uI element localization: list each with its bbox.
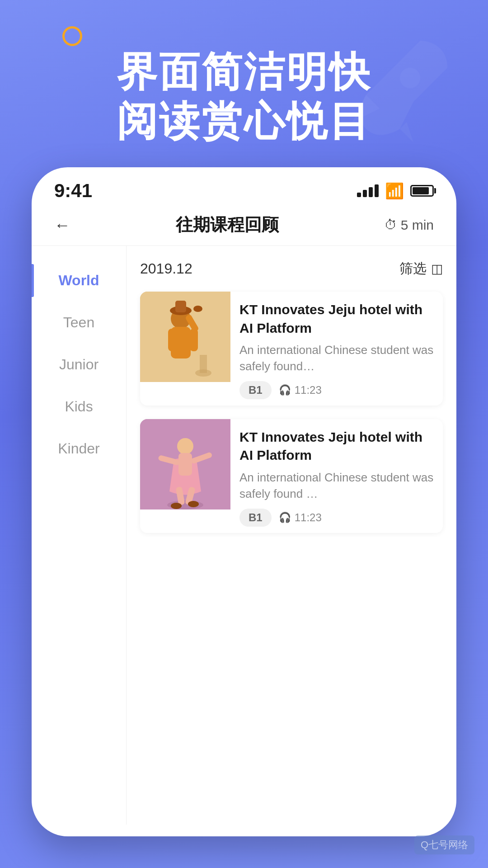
article-desc-1: An international Chinese student was saf… bbox=[239, 342, 434, 375]
filter-date: 2019.12 bbox=[140, 260, 192, 277]
watermark: Q七号网络 bbox=[414, 835, 474, 854]
sidebar-item-world[interactable]: World bbox=[32, 259, 126, 302]
status-bar: 9:41 📶 bbox=[32, 167, 456, 209]
header-line2: 阅读赏心悦目 bbox=[0, 99, 488, 144]
article-info-1: KT Innovates Jeju hotel with AI Platform… bbox=[230, 292, 443, 406]
orange-circle-decoration bbox=[62, 26, 82, 46]
header-line1: 界面简洁明快 bbox=[0, 50, 488, 94]
article-image-2 bbox=[140, 419, 230, 509]
clock-icon: ⏱ bbox=[385, 217, 397, 232]
header-section: 界面简洁明快 阅读赏心悦目 bbox=[0, 50, 488, 144]
battery-icon bbox=[410, 185, 434, 197]
sidebar-item-junior[interactable]: Junior bbox=[32, 344, 126, 386]
level-badge-2: B1 bbox=[239, 509, 272, 527]
wifi-icon: 📶 bbox=[385, 182, 404, 200]
nav-duration: ⏱ 5 min bbox=[385, 217, 434, 233]
content-area: World Teen Junior Kids Kinder 2019.12 筛选 bbox=[32, 246, 456, 825]
svg-rect-15 bbox=[178, 453, 192, 476]
sidebar: World Teen Junior Kids Kinder bbox=[32, 246, 127, 825]
signal-icon bbox=[357, 184, 379, 197]
svg-point-14 bbox=[177, 438, 193, 454]
article-card-2[interactable]: KT Innovates Jeju hotel with AI Platform… bbox=[140, 419, 443, 533]
article-title-2: KT Innovates Jeju hotel with AI Platform bbox=[239, 428, 434, 465]
headphone-icon-1: 🎧 bbox=[279, 384, 291, 396]
article-image-1 bbox=[140, 292, 230, 382]
nav-bar: ← 往期课程回顾 ⏱ 5 min bbox=[32, 209, 456, 246]
sidebar-item-teen[interactable]: Teen bbox=[32, 302, 126, 344]
duration-text: 5 min bbox=[401, 217, 434, 233]
audio-duration-1: 11:23 bbox=[295, 384, 322, 396]
headphone-icon-2: 🎧 bbox=[279, 512, 291, 524]
status-time: 9:41 bbox=[54, 180, 92, 202]
sidebar-item-kids[interactable]: Kids bbox=[32, 386, 126, 428]
article-card[interactable]: KT Innovates Jeju hotel with AI Platform… bbox=[140, 292, 443, 406]
article-thumbnail-2 bbox=[140, 419, 230, 509]
audio-info-2: 🎧 11:23 bbox=[279, 511, 322, 524]
filter-bar: 2019.12 筛选 ◫ bbox=[140, 259, 443, 278]
svg-rect-6 bbox=[168, 329, 176, 351]
svg-point-21 bbox=[188, 501, 199, 507]
audio-info-1: 🎧 11:23 bbox=[279, 384, 322, 396]
article-thumbnail-1 bbox=[140, 292, 230, 382]
level-badge-1: B1 bbox=[239, 381, 272, 399]
svg-rect-9 bbox=[175, 301, 186, 312]
svg-point-11 bbox=[193, 306, 202, 312]
svg-point-20 bbox=[171, 503, 182, 509]
article-info-2: KT Innovates Jeju hotel with AI Platform… bbox=[230, 419, 443, 533]
article-title-1: KT Innovates Jeju hotel with AI Platform bbox=[239, 301, 434, 337]
status-icons: 📶 bbox=[357, 182, 434, 200]
article-desc-2: An international Chinese student was saf… bbox=[239, 469, 434, 502]
nav-title: 往期课程回顾 bbox=[176, 213, 279, 236]
svg-rect-7 bbox=[190, 329, 198, 351]
article-meta-2: B1 🎧 11:23 bbox=[239, 509, 434, 527]
filter-button[interactable]: 筛选 ◫ bbox=[399, 259, 443, 278]
article-meta-1: B1 🎧 11:23 bbox=[239, 381, 434, 399]
svg-rect-3 bbox=[200, 355, 207, 373]
back-button[interactable]: ← bbox=[54, 216, 70, 235]
filter-icon: ◫ bbox=[431, 261, 443, 276]
phone-mockup: 9:41 📶 ← 往期课程回顾 ⏱ 5 min World bbox=[32, 167, 456, 836]
main-content: 2019.12 筛选 ◫ bbox=[127, 246, 456, 825]
filter-label: 筛选 bbox=[399, 259, 427, 278]
audio-duration-2: 11:23 bbox=[295, 511, 322, 524]
sidebar-item-kinder[interactable]: Kinder bbox=[32, 428, 126, 470]
